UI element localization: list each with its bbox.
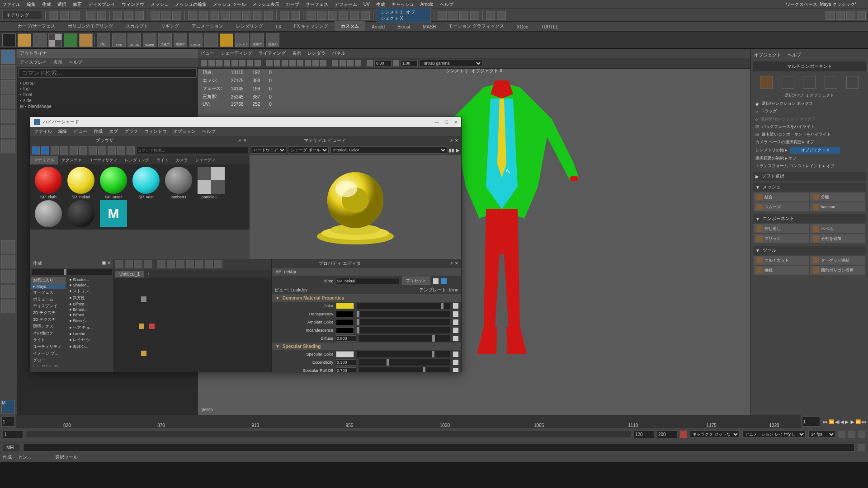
hs-tb-graph-mat[interactable] — [70, 146, 78, 155]
create-envtex[interactable]: 環境テクス — [31, 323, 66, 330]
opt-cambase[interactable]: カメラ ベースの選択範囲 ▸ オフ — [755, 139, 814, 145]
range-start-input[interactable] — [3, 431, 23, 438]
shelf-item-4[interactable] — [64, 33, 77, 47]
layout-persp-icon[interactable] — [1, 300, 15, 313]
shelf-item-0[interactable] — [2, 33, 16, 47]
graph-tb-4[interactable] — [144, 260, 152, 268]
hs-tb-showtop[interactable] — [32, 146, 40, 155]
outliner-item-blendshape[interactable]: ⊞ ▪ blendshape — [20, 103, 195, 109]
symmetry-dropdown[interactable]: シンメトリ: オブジェクト X — [377, 8, 431, 23]
opt-transconstraint[interactable]: トランスフォーム コンストレイント ▸ オフ — [755, 163, 835, 169]
new-scene-icon[interactable] — [49, 11, 58, 20]
shelf-item-symmetry[interactable]: シンメト — [235, 33, 249, 47]
shelf-item-on[interactable]: ON! — [112, 33, 126, 47]
panel-layout-icon-4[interactable] — [857, 11, 866, 20]
vp-gamma-input[interactable] — [401, 60, 418, 66]
rotate-tool-icon[interactable] — [1, 110, 15, 123]
menu-modify[interactable]: 修正 — [73, 1, 82, 8]
prop-slider-incand[interactable] — [357, 327, 450, 333]
create-node-string[interactable]: ● ストリン... — [67, 288, 113, 295]
prop-slider-diffuse[interactable] — [359, 335, 450, 342]
outliner-item-top[interactable]: ▪ top — [20, 86, 195, 92]
prop-slider-color[interactable] — [357, 303, 450, 309]
prop-map-incand-icon[interactable] — [453, 328, 458, 333]
create-node-lambert[interactable]: ● Lambe... — [67, 331, 113, 337]
vp-icon-xrayjoint[interactable] — [347, 60, 354, 66]
btn-boolean[interactable]: boolean — [810, 202, 866, 211]
prop-section-specular[interactable]: ▼ Specular Shading — [272, 343, 461, 350]
select-tool-icon[interactable] — [1, 50, 15, 64]
rp-menu-help[interactable]: ヘルプ — [788, 52, 801, 58]
timeline-frame-start-input[interactable] — [1, 417, 15, 427]
menu-file[interactable]: ファイル — [2, 1, 20, 8]
panel-close-icon[interactable]: ✕ — [243, 138, 247, 143]
swatch-maya-logo[interactable]: M — [98, 200, 129, 227]
prop-map-trans-icon[interactable] — [453, 311, 458, 317]
shelf-tab-xgen[interactable]: XGen — [510, 23, 535, 31]
hs-tab-utilities[interactable]: ユーティリティ — [85, 156, 121, 164]
vp-icon-wireframe[interactable] — [266, 60, 273, 66]
paint-tool-icon[interactable] — [1, 80, 15, 94]
prop-map-rolloff-icon[interactable] — [453, 368, 458, 372]
play-stepback-icon[interactable]: ⏪ — [829, 419, 834, 424]
shelf-item-cpted[interactable]: CptEd — [189, 33, 203, 47]
btn-extrude[interactable]: 押し出し — [754, 224, 809, 233]
play-prevkey-icon[interactable]: ◀| — [835, 419, 840, 424]
snap-curve-icon[interactable] — [317, 11, 326, 20]
mview-play-icon[interactable]: ▶ — [456, 148, 460, 153]
shelf-item-5[interactable] — [79, 33, 93, 47]
menu-window[interactable]: ウィンドウ — [122, 1, 144, 8]
create-node-shader1[interactable]: ● Shader... — [67, 277, 113, 282]
maximize-icon[interactable]: ☐ — [444, 120, 448, 125]
prop-slider-rolloff[interactable] — [359, 367, 450, 372]
hs-tab-cameras[interactable]: カメラ — [172, 156, 192, 164]
mask-surface-icon[interactable] — [221, 11, 230, 20]
panel-undock-icon[interactable]: ↗ — [238, 138, 241, 143]
layout-four-icon[interactable] — [1, 255, 15, 268]
vp-icon-aa[interactable] — [312, 60, 319, 66]
snap-live-icon[interactable] — [350, 11, 359, 20]
mask-marker-icon[interactable] — [188, 11, 197, 20]
hs-tab-materials[interactable]: マテリアル — [30, 156, 58, 164]
menu-cache[interactable]: キャッシュ — [392, 1, 414, 8]
mview-env-dropdown[interactable]: Interior1 Color — [330, 146, 447, 154]
vp-icon-smooth[interactable] — [274, 60, 280, 66]
shelf-tab-rigging[interactable]: リギング — [155, 21, 185, 31]
move-tool-icon[interactable] — [1, 95, 15, 108]
menu-curve[interactable]: カーブ — [286, 1, 299, 8]
menu-meshdisp[interactable]: メッシュ表示 — [252, 1, 279, 8]
graph-node-2[interactable] — [139, 324, 144, 329]
shelf-item-vertex2[interactable]: 頂点の — [174, 33, 187, 47]
outliner-item-front[interactable]: ▪ front — [20, 92, 195, 98]
create-3dtex[interactable]: 3D テクスチ — [31, 316, 66, 323]
vp-icon-ao[interactable] — [305, 60, 311, 66]
render-icon[interactable] — [438, 11, 447, 20]
vp-icon-lights[interactable] — [289, 60, 296, 66]
hs-menu-file[interactable]: ファイル — [34, 128, 52, 135]
shelf-item-1[interactable] — [18, 33, 31, 47]
vp-icon-gate[interactable] — [255, 60, 261, 66]
hs-tb-remove[interactable] — [117, 146, 125, 155]
script-editor-icon[interactable] — [858, 444, 865, 451]
menu-uv[interactable]: UV — [363, 2, 370, 7]
hs-tb-in[interactable] — [79, 146, 87, 155]
vp-icon-2d[interactable] — [231, 60, 238, 66]
render-view-icon[interactable] — [470, 11, 479, 20]
mask-joint-icon[interactable] — [199, 11, 208, 20]
graph-tb-11[interactable] — [214, 260, 222, 268]
create-node-bifrost3[interactable]: ● Bifrost... — [67, 312, 113, 318]
btn-smooth[interactable]: スムーズ — [754, 202, 809, 211]
mview-renderer-dropdown[interactable]: ハードウェア — [251, 146, 286, 154]
shelf-item-3[interactable] — [48, 33, 62, 47]
hs-tb-rearrange[interactable] — [60, 146, 68, 155]
btn-bevel[interactable]: ベベル — [810, 224, 866, 233]
play-stepfwd-icon[interactable]: ⏩ — [855, 419, 861, 424]
shelf-item-extract[interactable]: 抽出 — [97, 33, 110, 47]
shelf-item-vertex1[interactable]: 頂点の — [158, 33, 172, 47]
prop-input-ecc[interactable] — [336, 359, 356, 366]
swatch-extra-2[interactable] — [65, 200, 97, 227]
graph-tb-5[interactable] — [157, 260, 165, 268]
create-node-bifrost1[interactable]: ● Bifrost... — [67, 301, 113, 307]
vp-menu-renderer[interactable]: レンダラ — [307, 50, 326, 56]
prop-map-color-icon[interactable] — [453, 303, 458, 309]
